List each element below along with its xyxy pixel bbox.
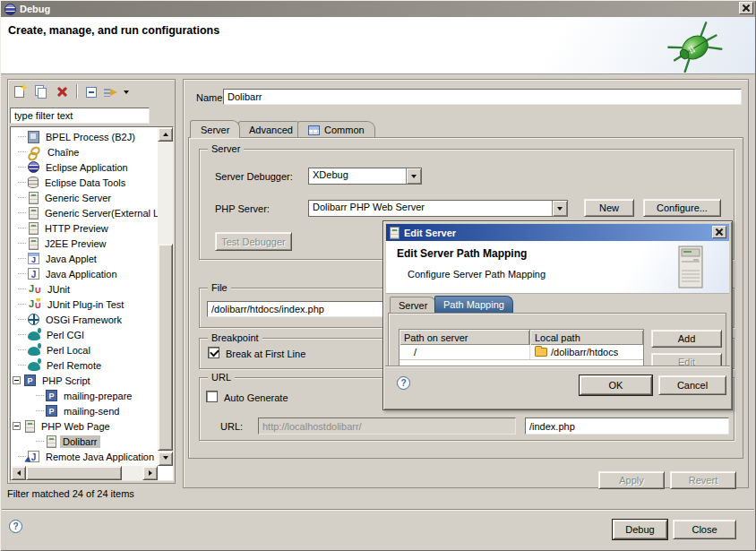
java-icon — [28, 268, 39, 280]
tree-horizontal-scrollbar[interactable] — [11, 466, 158, 480]
duplicate-configuration-button[interactable] — [33, 84, 48, 99]
dialog-banner-title: Edit Server Path Mapping — [397, 247, 527, 260]
filter-button[interactable] — [103, 84, 118, 99]
php-server-label: PHP Server: — [215, 203, 270, 214]
tree-item[interactable]: mailing-send — [11, 403, 158, 418]
ok-button[interactable]: OK — [580, 375, 652, 395]
dialog-tab-path-mapping[interactable]: Path Mapping — [434, 296, 513, 313]
tree-item[interactable]: Perl Remote — [11, 357, 158, 373]
tree-item[interactable]: PHP Web Page — [11, 418, 158, 434]
tree-rows: BPEL Process (B2J) Chaîne Eclipse Applic… — [11, 129, 158, 466]
database-icon — [28, 176, 39, 188]
dialog-close-button[interactable] — [712, 226, 726, 238]
name-input[interactable] — [223, 89, 742, 105]
tree-item[interactable]: Perl Local — [11, 342, 158, 357]
php-server-select[interactable]: Dolibarr PHP Web Server — [308, 200, 568, 217]
debug-window: Debug Create, manage, and run configurat… — [0, 0, 756, 551]
tree-item-selected[interactable]: Dolibarr — [11, 434, 158, 449]
test-debugger-button[interactable]: Test Debugger — [215, 232, 292, 251]
tree-item[interactable]: Java Applet — [11, 251, 158, 266]
tree-item[interactable]: Eclipse Application — [11, 159, 158, 175]
server-debugger-select[interactable]: XDebug — [308, 168, 422, 185]
scroll-left-button[interactable] — [11, 466, 26, 480]
table-row[interactable]: / /dolibarr/htdocs — [399, 345, 643, 360]
tree-item[interactable]: Generic Server(External La — [11, 205, 158, 220]
scroll-right-button[interactable] — [142, 466, 158, 480]
tree-item[interactable]: Java Application — [11, 266, 158, 281]
close-icon — [716, 228, 723, 236]
tab-advanced[interactable]: Advanced — [238, 121, 304, 137]
tree-item[interactable]: Generic Server — [11, 190, 158, 205]
dialog-title: Edit Server — [404, 228, 456, 238]
new-config-icon — [14, 86, 24, 98]
filter-menu-button[interactable] — [121, 84, 132, 99]
server-group-title: Server — [208, 143, 244, 154]
close-button[interactable]: Close — [673, 520, 736, 539]
perl-camel-icon — [28, 347, 40, 356]
tree-vertical-scrollbar[interactable] — [158, 127, 173, 466]
chevron-down-icon[interactable] — [552, 201, 567, 216]
collapse-expander-icon[interactable] — [13, 422, 21, 430]
tree-item[interactable]: Remote Java Application — [11, 449, 158, 464]
delete-configuration-button[interactable] — [55, 84, 70, 99]
url-path-input[interactable] — [525, 418, 729, 435]
scroll-down-button[interactable] — [158, 452, 173, 466]
column-path-on-server[interactable]: Path on server — [399, 330, 530, 345]
tree-item[interactable]: J2EE Preview — [11, 236, 158, 251]
column-local-path[interactable]: Local path — [530, 330, 643, 345]
window-close-button[interactable] — [739, 2, 753, 14]
page-title: Create, manage, and run configurations — [8, 24, 219, 37]
tree-item[interactable]: PHP Script — [11, 373, 158, 388]
breakpoint-group-title: Breakpoint — [208, 332, 262, 343]
window-titlebar[interactable]: Debug — [1, 1, 755, 17]
tab-common[interactable]: Common — [297, 121, 375, 137]
debug-button[interactable]: Debug — [613, 520, 667, 539]
filter-status: Filter matched 24 of 24 items — [7, 488, 134, 499]
scroll-up-button[interactable] — [158, 127, 173, 142]
header-banner: Create, manage, and run configurations — [1, 17, 755, 74]
tree-item[interactable]: mailing-prepare — [11, 388, 158, 403]
collapse-all-icon — [86, 87, 97, 98]
cancel-button[interactable]: Cancel — [658, 375, 726, 395]
tree-item[interactable]: JUnit — [11, 281, 158, 297]
collapse-expander-icon[interactable] — [13, 376, 21, 384]
folder-icon — [535, 348, 547, 357]
new-configuration-button[interactable] — [12, 84, 27, 99]
delete-icon — [56, 86, 68, 98]
apply-button[interactable]: Apply — [598, 471, 665, 489]
configure-server-button[interactable]: Configure... — [643, 199, 721, 217]
chevron-down-icon[interactable] — [406, 168, 421, 184]
tree-item[interactable]: Perl CGI — [11, 327, 158, 342]
tree-item[interactable]: Chaîne — [11, 144, 158, 159]
tree-item[interactable]: JUnit Plug-in Test — [11, 297, 158, 312]
dialog-titlebar[interactable]: Edit Server — [386, 224, 729, 241]
new-server-button[interactable]: New — [584, 199, 634, 217]
java-applet-icon — [28, 253, 39, 264]
break-first-line-checkbox[interactable] — [208, 347, 219, 358]
dialog-tab-server[interactable]: Server — [390, 297, 436, 313]
bug-icon — [667, 21, 723, 73]
tree-item[interactable]: Eclipse Data Tools — [11, 175, 158, 190]
tree-item[interactable]: OSGi Framework — [11, 312, 158, 327]
server-tower-icon — [675, 245, 706, 290]
footer-separator — [2, 509, 754, 511]
php-icon — [46, 390, 57, 401]
tab-server[interactable]: Server — [190, 120, 240, 138]
tree-item[interactable]: HTTP Preview — [11, 220, 158, 236]
help-icon[interactable] — [9, 520, 22, 533]
chain-icon — [28, 146, 41, 159]
horizontal-scroll-thumb[interactable] — [26, 466, 122, 480]
revert-button[interactable]: Revert — [670, 471, 736, 489]
server-debugger-label: Server Debugger: — [215, 171, 293, 182]
auto-generate-checkbox[interactable] — [206, 391, 218, 402]
server-icon — [29, 222, 39, 235]
help-icon[interactable] — [397, 376, 410, 390]
tree-item[interactable]: BPEL Process (B2J) — [11, 129, 158, 144]
vertical-scroll-thumb[interactable] — [158, 244, 173, 451]
window-title: Debug — [20, 4, 50, 14]
eclipse-app-icon — [28, 161, 39, 173]
add-mapping-button[interactable]: Add — [651, 330, 722, 348]
eclipse-icon — [4, 4, 16, 15]
filter-input[interactable] — [10, 108, 150, 124]
collapse-all-button[interactable] — [83, 84, 99, 99]
